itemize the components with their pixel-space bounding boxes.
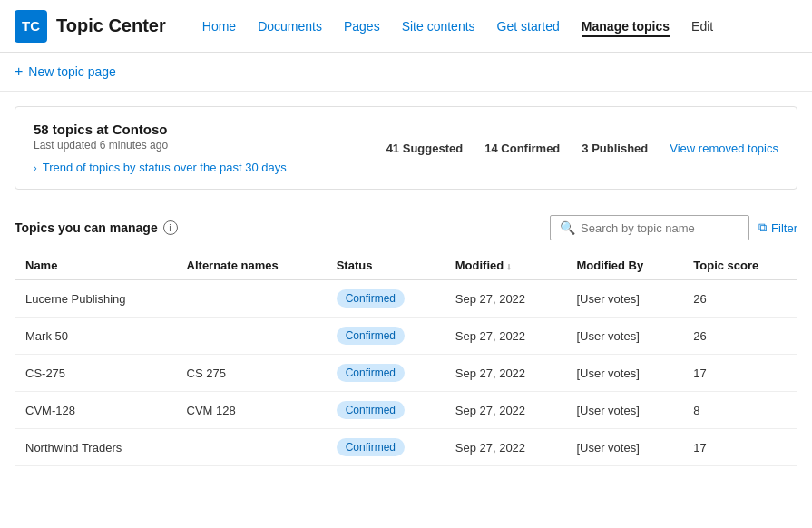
cell-status: Confirmed [326,355,445,392]
cell-status: Confirmed [326,429,445,466]
nav-item-home[interactable]: Home [202,15,236,37]
status-badge: Confirmed [337,438,405,456]
suggested-label: Suggested [403,142,463,155]
table-row[interactable]: CS-275CS 275ConfirmedSep 27, 2022[User v… [15,355,797,392]
cell-modified_by: [User votes] [565,429,682,466]
suggested-count: 41 [386,142,399,155]
filter-button[interactable]: ⧉ Filter [758,220,797,235]
topics-label-text: Topics you can manage [15,220,158,235]
table-header-row: NameAlternate namesStatusModified↓Modifi… [15,251,797,280]
cell-modified_by: [User votes] [565,280,682,318]
main-nav: HomeDocumentsPagesSite contentsGet start… [202,15,713,37]
filter-icon: ⧉ [758,220,767,235]
topics-table: NameAlternate namesStatusModified↓Modifi… [15,251,797,466]
plus-icon: + [15,64,23,80]
table-row[interactable]: Northwind TradersConfirmedSep 27, 2022[U… [15,429,797,466]
nav-item-site-contents[interactable]: Site contents [402,15,475,37]
col-modified[interactable]: Modified↓ [445,251,566,280]
table-body: Lucerne PublishingConfirmedSep 27, 2022[… [15,280,797,466]
col-status: Status [326,251,445,280]
cell-modified_by: [User votes] [565,318,682,355]
cell-alternate [176,318,326,355]
filter-label: Filter [771,221,797,235]
cell-modified: Sep 27, 2022 [445,355,566,392]
sort-arrow-icon: ↓ [506,260,512,271]
confirmed-label: Confirmed [501,142,560,155]
site-title: Topic Center [56,15,166,36]
stats-card: 58 topics at Contoso Last updated 6 minu… [15,106,797,190]
status-badge: Confirmed [337,401,405,419]
cell-score: 17 [682,355,797,392]
search-input[interactable] [581,221,739,235]
cell-status: Confirmed [326,392,445,429]
table-header: NameAlternate namesStatusModified↓Modifi… [15,251,797,280]
search-box[interactable]: 🔍 [550,215,749,240]
cell-status: Confirmed [326,318,445,355]
nav-item-get-started[interactable]: Get started [497,15,560,37]
cell-name: CS-275 [15,355,176,392]
table-row[interactable]: CVM-128CVM 128ConfirmedSep 27, 2022[User… [15,392,797,429]
stats-left: 58 topics at Contoso Last updated 6 minu… [34,122,357,174]
cell-score: 26 [682,318,797,355]
published-label: Published [592,142,648,155]
new-topic-button[interactable]: + New topic page [15,64,116,80]
search-icon: 🔍 [560,220,575,235]
info-icon[interactable]: i [163,220,178,235]
cell-alternate [176,280,326,318]
logo-icon: TC [15,10,47,43]
cell-modified: Sep 27, 2022 [445,429,566,466]
status-badge: Confirmed [337,327,405,345]
table-row[interactable]: Mark 50ConfirmedSep 27, 2022[User votes]… [15,318,797,355]
published-count: 3 [582,142,588,155]
published-stat: 3 Published [582,142,648,155]
status-badge: Confirmed [337,364,405,382]
stats-trend-label: Trend of topics by status over the past … [43,161,287,174]
cell-modified_by: [User votes] [565,392,682,429]
stats-right: 41 Suggested 14 Confirmed 3 Published Vi… [386,142,778,155]
stats-updated: Last updated 6 minutes ago [34,139,357,152]
confirmed-stat: 14 Confirmed [484,142,560,155]
col-score: Topic score [682,251,797,280]
nav-item-edit[interactable]: Edit [691,15,713,37]
cell-modified: Sep 27, 2022 [445,392,566,429]
status-badge: Confirmed [337,289,405,308]
cell-name: Mark 50 [15,318,176,355]
col-alternate: Alternate names [176,251,326,280]
nav-item-pages[interactable]: Pages [344,15,380,37]
view-removed-link[interactable]: View removed topics [670,142,778,155]
nav-item-documents[interactable]: Documents [258,15,322,37]
col-name: Name [15,251,176,280]
confirmed-count: 14 [484,142,497,155]
logo: TC Topic Center [15,10,166,43]
topics-section: Topics you can manage i 🔍 ⧉ Filter NameA… [0,204,812,477]
cell-modified_by: [User votes] [565,355,682,392]
stats-title: 58 topics at Contoso [34,122,357,137]
topics-label: Topics you can manage i [15,220,178,235]
cell-status: Confirmed [326,280,445,318]
sub-toolbar: + New topic page [0,53,812,92]
stats-trend-link[interactable]: › Trend of topics by status over the pas… [34,161,357,174]
topics-header: Topics you can manage i 🔍 ⧉ Filter [15,215,797,240]
header: TC Topic Center HomeDocumentsPagesSite c… [0,0,812,53]
cell-name: Lucerne Publishing [15,280,176,318]
cell-alternate: CVM 128 [176,392,326,429]
table-row[interactable]: Lucerne PublishingConfirmedSep 27, 2022[… [15,280,797,318]
col-modified_by: Modified By [565,251,682,280]
suggested-stat: 41 Suggested [386,142,464,155]
cell-score: 8 [682,392,797,429]
cell-modified: Sep 27, 2022 [445,318,566,355]
cell-name: Northwind Traders [15,429,176,466]
cell-name: CVM-128 [15,392,176,429]
chevron-right-icon: › [34,162,37,173]
nav-item-manage-topics[interactable]: Manage topics [582,15,670,37]
cell-score: 17 [682,429,797,466]
cell-alternate [176,429,326,466]
topics-controls: 🔍 ⧉ Filter [550,215,797,240]
cell-score: 26 [682,280,797,318]
cell-alternate: CS 275 [176,355,326,392]
new-topic-label: New topic page [28,64,116,79]
cell-modified: Sep 27, 2022 [445,280,566,318]
